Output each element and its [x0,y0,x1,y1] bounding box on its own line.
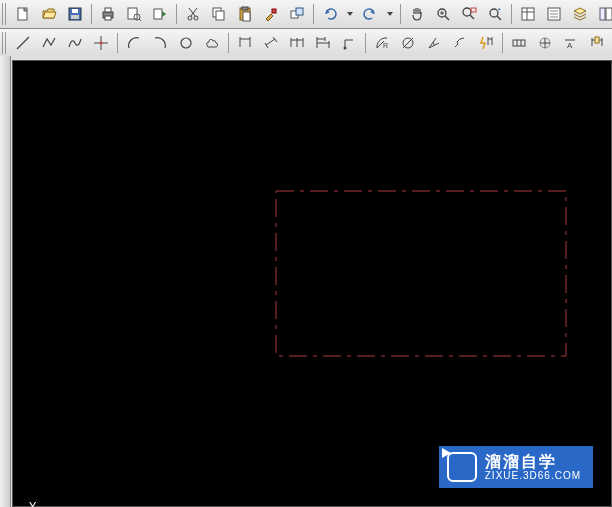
revision-cloud-icon[interactable] [200,31,224,55]
redo-dropdown-icon[interactable] [384,2,396,26]
save-icon[interactable] [63,2,87,26]
dim-ordinate-icon[interactable] [337,31,361,55]
copy-icon[interactable] [207,2,231,26]
cut-icon[interactable] [181,2,205,26]
print-preview-icon[interactable] [122,2,146,26]
paste-icon[interactable] [233,2,257,26]
sheet-set-icon[interactable] [542,2,566,26]
dim-continue-icon[interactable] [285,31,309,55]
svg-rect-7 [128,8,137,19]
svg-rect-39 [600,8,605,20]
quick-dim-icon[interactable] [474,31,498,55]
svg-point-30 [490,9,498,17]
zoom-previous-icon[interactable] [483,2,507,26]
drawing-content [13,61,612,507]
print-icon[interactable] [96,2,120,26]
dim-radius-icon[interactable]: R [370,31,394,55]
pline-icon[interactable] [37,31,61,55]
svg-line-57 [266,39,275,45]
svg-rect-6 [105,16,111,20]
undo-dropdown-icon[interactable] [344,2,356,26]
undo-icon[interactable] [318,2,342,26]
dim-edit-icon[interactable]: A [559,31,583,55]
new-icon[interactable] [11,2,35,26]
svg-line-49 [17,37,29,49]
svg-text:A: A [567,41,573,50]
side-toolbar-handle[interactable] [0,56,11,507]
svg-line-24 [445,16,449,20]
svg-line-28 [470,15,474,19]
svg-point-52 [100,42,103,45]
zoom-realtime-icon[interactable] [431,2,455,26]
svg-rect-92 [595,37,599,43]
dim-aligned-icon[interactable] [259,31,283,55]
svg-rect-40 [606,8,612,20]
svg-rect-29 [471,8,476,12]
svg-rect-18 [242,7,248,10]
watermark: 溜溜自学 ZIXUE.3D66.COM [439,446,593,488]
svg-rect-20 [272,9,276,13]
svg-line-31 [497,16,501,20]
properties-icon[interactable] [516,2,540,26]
block-editor-icon[interactable] [285,2,309,26]
watermark-url: ZIXUE.3D66.COM [485,470,581,481]
svg-rect-32 [522,8,534,20]
xline-icon[interactable] [89,31,113,55]
match-props-icon[interactable] [259,2,283,26]
drawing-canvas[interactable]: Y 溜溜自学 ZIXUE.3D66.COM [12,60,612,507]
standard-toolbar [0,0,612,29]
svg-point-11 [188,16,192,20]
spline-icon[interactable] [63,31,87,55]
svg-point-53 [181,38,191,48]
dim-baseline-icon[interactable] [311,31,335,55]
toolbar-handle[interactable] [2,32,8,54]
dim-linear-icon[interactable] [233,31,257,55]
dim-diameter-icon[interactable] [396,31,420,55]
dim-text-edit-icon[interactable] [585,31,609,55]
circle-icon[interactable] [174,31,198,55]
svg-point-71 [344,47,347,50]
redo-icon[interactable] [358,2,382,26]
center-mark-icon[interactable] [533,31,557,55]
zoom-window-icon[interactable] [457,2,481,26]
arc-icon[interactable] [122,31,146,55]
pan-icon[interactable] [405,2,429,26]
layer-icon[interactable] [568,2,592,26]
svg-rect-2 [71,15,79,19]
toolbar-handle[interactable] [2,3,8,25]
dim-jogged-icon[interactable] [448,31,472,55]
svg-rect-3 [72,9,78,13]
svg-rect-16 [216,11,224,20]
arc2-icon[interactable] [148,31,172,55]
dimension-toolbar: R A ISO-25 [0,29,612,58]
ucs-y-label: Y [29,500,37,507]
tool-palette-icon[interactable] [594,2,612,26]
publish-icon[interactable] [148,2,172,26]
watermark-play-icon [447,452,477,482]
svg-point-27 [463,8,471,16]
line-icon[interactable] [11,31,35,55]
open-icon[interactable] [37,2,61,26]
dim-angular-icon[interactable] [422,31,446,55]
svg-rect-97 [276,191,566,356]
svg-rect-19 [243,12,250,21]
svg-rect-10 [154,9,162,19]
watermark-title: 溜溜自学 [485,453,581,471]
svg-line-9 [139,19,141,21]
tolerance-icon[interactable] [507,31,531,55]
main-area: Y 溜溜自学 ZIXUE.3D66.COM [0,56,612,507]
svg-text:R: R [383,42,388,49]
svg-rect-22 [296,8,303,15]
svg-rect-5 [105,8,111,12]
svg-point-12 [194,16,198,20]
svg-rect-81 [513,40,525,46]
